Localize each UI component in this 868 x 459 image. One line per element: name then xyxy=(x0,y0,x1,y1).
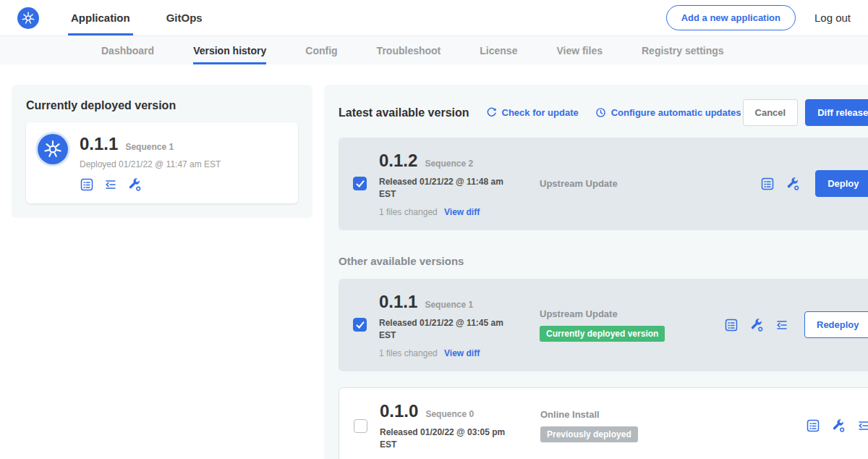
currently-deployed-panel: Currently deployed version 0.1.1 Sequen xyxy=(12,85,312,218)
release-notes-icon[interactable] xyxy=(806,418,820,433)
kubernetes-logo-icon xyxy=(17,7,39,29)
previously-deployed-badge: Previously deployed xyxy=(540,426,638,442)
subnav-item-view-files[interactable]: View files xyxy=(556,36,603,64)
cancel-button[interactable]: Cancel xyxy=(743,99,799,126)
release-notes-icon[interactable] xyxy=(760,177,775,191)
subnav-item-license[interactable]: License xyxy=(480,36,517,64)
check-for-update-link[interactable]: Check for update xyxy=(485,106,579,119)
view-diff-link[interactable]: View diff xyxy=(444,348,480,358)
currently-deployed-badge: Currently deployed version xyxy=(540,326,665,342)
diff-releases-button[interactable]: Diff releases xyxy=(805,99,868,126)
released-timestamp: Released 01/20/22 @ 03:05 pm EST xyxy=(380,426,516,452)
config-icon[interactable] xyxy=(127,177,142,192)
config-icon[interactable] xyxy=(749,318,764,332)
version-number: 0.1.2 xyxy=(379,151,417,171)
deployed-timestamp: Deployed 01/21/22 @ 11:47 am EST xyxy=(80,159,221,169)
source-label: Upstream Update xyxy=(540,308,724,319)
clock-icon xyxy=(595,106,607,119)
subnav-item-config[interactable]: Config xyxy=(305,36,337,64)
version-number: 0.1.0 xyxy=(380,401,418,421)
version-checkbox[interactable] xyxy=(353,177,367,190)
latest-available-panel: Latest available version Check for updat… xyxy=(324,85,868,459)
release-notes-icon[interactable] xyxy=(80,177,94,192)
app-logo-icon xyxy=(38,134,68,164)
version-card-0-1-2: 0.1.2 Sequence 2 Released 01/21/22 @ 11:… xyxy=(339,138,868,230)
deployed-panel-title: Currently deployed version xyxy=(26,99,298,112)
diff-icon[interactable] xyxy=(856,418,868,433)
deployed-version-card: 0.1.1 Sequence 1 Deployed 01/21/22 @ 11:… xyxy=(26,122,298,203)
redeploy-button[interactable]: Redeploy xyxy=(804,311,868,338)
source-label: Upstream Update xyxy=(540,178,724,189)
diff-icon[interactable] xyxy=(775,318,789,332)
deploy-button[interactable]: Deploy xyxy=(815,170,868,197)
refresh-icon xyxy=(485,106,498,119)
files-changed-label: 1 files changed xyxy=(379,348,438,358)
files-changed-label: 1 files changed xyxy=(379,207,438,217)
subnav-item-dashboard[interactable]: Dashboard xyxy=(101,36,154,64)
diff-icon[interactable] xyxy=(103,177,118,192)
app-brand xyxy=(17,0,39,35)
tab-gitops[interactable]: GitOps xyxy=(163,0,205,35)
deployed-sequence-label: Sequence 1 xyxy=(125,142,174,152)
tab-application[interactable]: Application xyxy=(68,0,133,35)
top-navbar: Application GitOps Add a new application… xyxy=(0,0,868,36)
source-label: Online Install xyxy=(540,409,725,420)
config-icon[interactable] xyxy=(831,418,846,433)
deployed-version-number: 0.1.1 xyxy=(80,134,118,154)
config-icon[interactable] xyxy=(786,177,800,191)
sequence-label: Sequence 0 xyxy=(425,409,474,419)
add-application-button[interactable]: Add a new application xyxy=(666,5,796,30)
version-card-0-1-0: 0.1.0 Sequence 0 Released 01/20/22 @ 03:… xyxy=(339,387,868,459)
latest-panel-title: Latest available version xyxy=(339,106,469,119)
configure-updates-label: Configure automatic updates xyxy=(611,107,741,118)
configure-updates-link[interactable]: Configure automatic updates xyxy=(595,106,741,119)
app-subnav: Dashboard Version history Config Trouble… xyxy=(0,36,868,64)
released-timestamp: Released 01/21/22 @ 11:48 am EST xyxy=(379,176,515,201)
version-card-0-1-1: 0.1.1 Sequence 1 Released 01/21/22 @ 11:… xyxy=(339,279,868,371)
logout-button[interactable]: Log out xyxy=(814,12,851,24)
version-checkbox[interactable] xyxy=(353,318,367,332)
released-timestamp: Released 01/21/22 @ 11:45 am EST xyxy=(379,317,515,342)
subnav-item-version-history[interactable]: Version history xyxy=(193,36,266,64)
sequence-label: Sequence 2 xyxy=(425,159,473,169)
view-diff-link[interactable]: View diff xyxy=(444,207,480,217)
version-checkbox[interactable] xyxy=(354,419,367,433)
other-versions-title: Other available versions xyxy=(339,255,868,267)
check-for-update-label: Check for update xyxy=(502,107,579,118)
subnav-item-troubleshoot[interactable]: Troubleshoot xyxy=(377,36,441,64)
sequence-label: Sequence 1 xyxy=(425,300,473,310)
release-notes-icon[interactable] xyxy=(724,318,739,332)
subnav-item-registry-settings[interactable]: Registry settings xyxy=(642,36,724,64)
version-number: 0.1.1 xyxy=(379,292,417,312)
